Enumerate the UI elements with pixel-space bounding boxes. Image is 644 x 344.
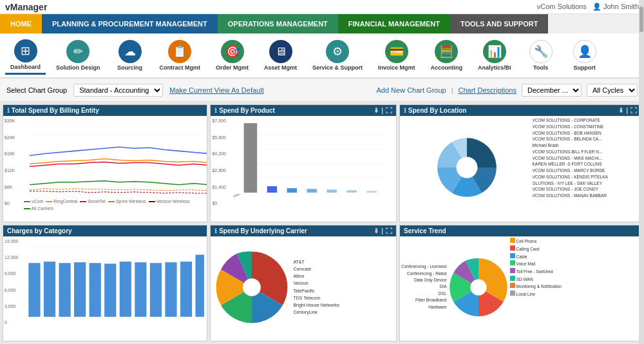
asset-icon: 🖥 xyxy=(269,40,292,63)
icon-order[interactable]: 🎯 Order Mgmt xyxy=(211,37,254,73)
service-left: Conferencing - Licensed Conferencing - R… xyxy=(401,238,507,336)
download-carrier-icon[interactable]: ⬇ xyxy=(374,227,379,234)
line-chart-svg xyxy=(21,120,207,198)
icon-dashboard[interactable]: ⊞ Dashboard xyxy=(5,37,46,75)
icon-invoice[interactable]: 💳 Invoice Mgmt xyxy=(373,37,421,73)
svg-rect-32 xyxy=(104,264,116,317)
chart-carrier-header: ℹ Spend By Underlying Carrier ⬇ | ⛶ xyxy=(211,225,396,236)
analytics-icon: 📊 xyxy=(483,40,506,63)
top-bar: vManager vCom Solutions 👤 John Smith xyxy=(0,0,644,14)
location-pie-svg xyxy=(431,132,502,203)
carrier-pie-svg xyxy=(213,249,290,326)
chart-spend-location: ℹ Spend By Location ⬇ | ⛶ xyxy=(399,104,641,222)
cycle-select[interactable]: All Cycles xyxy=(587,84,638,97)
svg-rect-28 xyxy=(44,262,55,317)
contract-icon: 📋 xyxy=(168,40,191,63)
service-legend: Cell Phone Calling Card Cable Voice Mail… xyxy=(510,238,562,336)
service-icon: ⚙ xyxy=(326,40,349,63)
select-label: Select Chart Group xyxy=(6,86,67,94)
solution-icon: ✏ xyxy=(66,40,90,63)
download-location-icon[interactable]: ⬇ xyxy=(618,107,623,114)
icon-solution[interactable]: ✏ Solution Design xyxy=(51,37,106,73)
charges-y-labels: 15,00012,0009,0006,0003,0000 xyxy=(5,239,18,325)
svg-rect-31 xyxy=(90,263,101,317)
expand-icon[interactable]: ⛶ xyxy=(386,107,392,114)
chart-spend-carrier: ℹ Spend By Underlying Carrier ⬇ | ⛶ xyxy=(210,225,397,341)
icon-contract[interactable]: 📋 Contract Mgmt xyxy=(155,37,206,73)
svg-rect-35 xyxy=(150,263,162,317)
charts-area: ℹ Total Spend By Billing Entity $30K$24K… xyxy=(0,102,644,344)
icon-analytics[interactable]: 📊 Analytics/BI xyxy=(473,37,516,73)
y-axis-labels: $30K$24K$18K$12K$6K$0 xyxy=(5,119,15,205)
sourcing-icon: ☁ xyxy=(118,40,142,63)
month-select[interactable]: December ... xyxy=(522,84,582,97)
chart-spend-product-header: ℹ Spend By Product ⬇ | ⛶ xyxy=(211,105,396,116)
expand-carrier-icon[interactable]: ⛶ xyxy=(386,227,392,234)
icon-support[interactable]: 👤 Support xyxy=(565,37,604,73)
charges-bar-svg xyxy=(25,242,204,323)
charts-row-1: ℹ Total Spend By Billing Entity $30K$24K… xyxy=(3,104,641,222)
line-chart-legend: vCom RingCentral ShoreTel Sprint Wireles… xyxy=(6,199,204,212)
tab-financial[interactable]: FINANCIAL MANAGEMENT xyxy=(338,14,450,33)
service-pie-svg xyxy=(450,252,507,323)
icon-service[interactable]: ⚙ Service & Support xyxy=(307,37,368,73)
add-new-chart-link[interactable]: Add New Chart Group xyxy=(376,86,446,94)
svg-rect-17 xyxy=(347,190,357,193)
chart-service-body: Conferencing - Licensed Conferencing - R… xyxy=(400,236,641,338)
icon-bar: ⊞ Dashboard ✏ Solution Design ☁ Sourcing… xyxy=(0,33,644,79)
chart-charges-header: Charges by Category xyxy=(3,225,207,236)
icon-accounting[interactable]: 🧮 Accounting xyxy=(426,37,468,73)
svg-point-40 xyxy=(470,279,486,295)
svg-rect-29 xyxy=(59,263,70,317)
chart-total-spend-body: $30K$24K$18K$12K$6K$0 xyxy=(3,116,207,218)
icon-asset[interactable]: 🖥 Asset Mgmt xyxy=(259,37,302,73)
chart-total-spend: ℹ Total Spend By Billing Entity $30K$24K… xyxy=(3,104,207,222)
toolbar-right: Add New Chart Group | Chart Descriptions… xyxy=(376,84,638,97)
carrier-labels: AT&T Comcast Altice Verizon TelePacific … xyxy=(293,258,339,316)
chart-service-header: Service Trend xyxy=(400,225,641,236)
product-bar-svg xyxy=(232,120,395,193)
icon-tools[interactable]: 🔧 Tools xyxy=(522,37,560,73)
chart-location-actions: ⬇ | ⛶ xyxy=(618,107,637,114)
svg-rect-15 xyxy=(307,189,317,193)
chart-spend-product: ℹ Spend By Product ⬇ | ⛶ $7,000$5,600$4,… xyxy=(210,104,397,222)
svg-rect-34 xyxy=(135,262,146,317)
toolbar: Select Chart Group Standard - Accounting… xyxy=(0,79,644,102)
download-icon[interactable]: ⬇ xyxy=(374,107,379,114)
location-labels: VCOM SOLUTIONS - CORPORATE VCOM SOLUTION… xyxy=(533,117,639,217)
chart-product-actions: ⬇ | ⛶ xyxy=(374,107,392,114)
location-pie xyxy=(401,117,532,217)
make-default-link[interactable]: Make Current View As Default xyxy=(169,86,264,94)
chart-product-body: $7,000$5,600$4,200$2,800$1,400$0 xyxy=(211,116,396,218)
chart-total-spend-header: ℹ Total Spend By Billing Entity xyxy=(3,105,207,116)
chart-location-body: VCOM SOLUTIONS - CORPORATE VCOM SOLUTION… xyxy=(400,116,641,218)
expand-location-icon[interactable]: ⛶ xyxy=(630,107,637,114)
dashboard-icon: ⊞ xyxy=(14,39,37,62)
order-icon: 🎯 xyxy=(221,40,244,63)
svg-rect-12 xyxy=(244,123,258,193)
chart-descriptions-link[interactable]: Chart Descriptions xyxy=(459,86,516,94)
user-info: vCom Solutions 👤 John Smith xyxy=(537,3,639,11)
tab-tools[interactable]: TOOLS AND SUPPORT xyxy=(450,14,548,33)
support-icon: 👤 xyxy=(573,40,596,63)
svg-rect-14 xyxy=(287,188,297,193)
svg-rect-38 xyxy=(195,255,204,317)
invoice-icon: 💳 xyxy=(385,40,408,63)
svg-point-39 xyxy=(243,278,261,296)
scrollbar[interactable] xyxy=(639,0,644,344)
chart-service-trend: Service Trend Conferencing - Licensed Co… xyxy=(399,225,641,341)
svg-rect-37 xyxy=(180,262,192,317)
tab-planning[interactable]: PLANNING & PROCUREMENT MANAGEMENT xyxy=(42,14,218,33)
tab-home[interactable]: HOME xyxy=(0,14,42,33)
icon-sourcing[interactable]: ☁ Sourcing xyxy=(111,37,149,73)
svg-rect-36 xyxy=(165,262,176,317)
chart-charges-category: Charges by Category 15,00012,0009,0006,0… xyxy=(3,225,207,341)
svg-rect-27 xyxy=(28,263,40,317)
chart-group-select[interactable]: Standard - Accounting xyxy=(73,84,163,97)
chart-location-header: ℹ Spend By Location ⬇ | ⛶ xyxy=(400,105,641,116)
tab-operations[interactable]: OPERATIONS MANAGEMENT xyxy=(218,14,338,33)
chart-charges-body: 15,00012,0009,0006,0003,0000 xyxy=(3,236,207,338)
service-categories: Conferencing - Licensed Conferencing - R… xyxy=(401,263,449,311)
accounting-icon: 🧮 xyxy=(435,40,458,63)
charts-row-2: Charges by Category 15,00012,0009,0006,0… xyxy=(3,225,641,341)
